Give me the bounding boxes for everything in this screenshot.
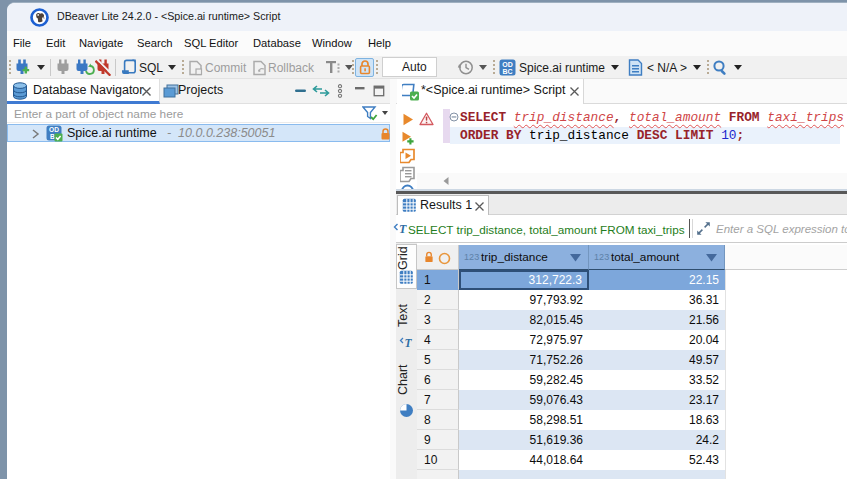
svg-text:BC: BC <box>502 68 512 75</box>
svg-text:OD: OD <box>502 61 513 68</box>
svg-text:B: B <box>50 133 55 140</box>
svg-text:T: T <box>405 337 413 349</box>
svg-text:T: T <box>399 222 407 236</box>
